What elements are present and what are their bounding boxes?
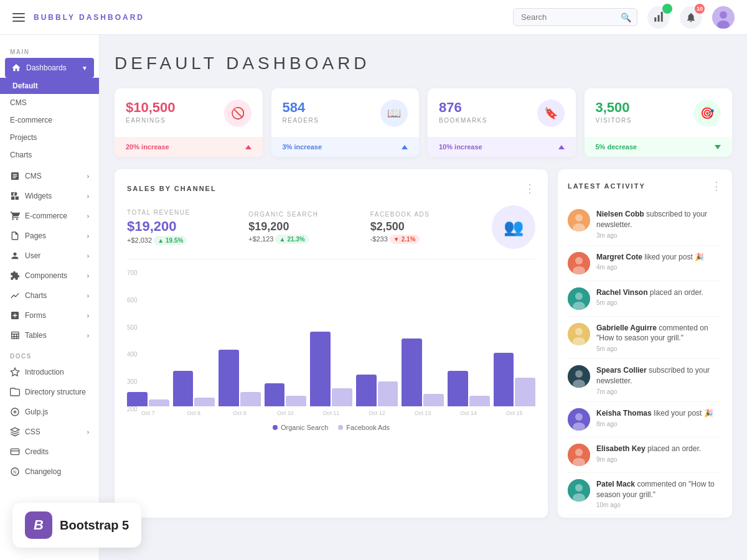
y-axis-label: 700 [127,269,146,276]
sales-panel: SALES BY CHANNEL ⋮ TOTAL REVENUE $19,200… [115,169,548,518]
sidebar-plain-charts[interactable]: Charts [0,146,99,164]
sidebar-item-credits-label: Credits [25,447,49,456]
activity-content: Keisha Thomas liked your post 🎉 8m ago [596,408,713,431]
activity-item: Erika Whitaker subscribed to your newsle… [568,515,722,518]
bar-primary [310,332,331,406]
legend-item: Organic Search [273,424,328,431]
activity-time: 3m ago [596,232,722,239]
sidebar-item-changelog[interactable]: N Changelog [0,462,99,482]
stat-value: 3,500 [596,100,632,116]
bar-primary [402,338,422,406]
stats-badge [662,4,672,14]
sidebar-item-widgets-label: Widgets [25,192,52,200]
sidebar-item-charts[interactable]: Charts › [0,286,99,306]
components-chevron: › [87,273,89,279]
layout: MAIN Dashboards ▼ Default CMS E-commerce… [0,35,747,560]
svg-point-15 [575,257,583,264]
facebook-value: $2,500 [370,220,492,233]
sidebar-item-user[interactable]: User › [0,246,99,266]
stat-value: $10,500 [126,100,176,116]
sidebar-sub-default[interactable]: Default [0,78,99,94]
sidebar-item-credits[interactable]: Credits [0,442,99,462]
bar-secondary [149,399,169,406]
activity-time: 10m ago [596,502,722,508]
activity-name: Rachel Vinson [596,288,647,297]
sidebar-plain-projects[interactable]: Projects [0,129,99,146]
x-axis-label: Oct 14 [448,410,490,416]
search-input[interactable] [513,8,637,26]
activity-name: Spears Collier [596,366,647,375]
bar-group [218,350,261,406]
sales-panel-options-button[interactable]: ⋮ [524,182,535,195]
stat-label: READERS [283,117,319,124]
stat-arrow-icon [715,145,721,149]
sidebar-item-ecommerce[interactable]: E-commerce › [0,206,99,226]
sidebar-item-directory[interactable]: Directory structure [0,382,99,402]
sidebar-item-tables[interactable]: Tables › [0,325,99,345]
activity-item: Patel Mack commented on "How to season y… [568,473,722,516]
svg-point-33 [575,484,583,492]
svg-marker-3 [11,368,19,376]
user-chevron: › [87,253,89,259]
activity-avatar [568,209,590,231]
bootstrap-icon: B [25,511,52,539]
sidebar-item-gulpjs[interactable]: Gulp.js [0,402,99,422]
activity-text: Margret Cote liked your post 🎉 [596,252,704,263]
bar-chart-wrap: 700600500400300200 Oct 7Oct 8Oct 9Oct 10… [127,269,535,431]
bar-primary [265,383,285,406]
bar-secondary [515,378,535,406]
bar-group [173,371,215,406]
stat-icon: 🔖 [537,100,565,127]
activity-panel-title: LATEST ACTIVITY [568,182,646,190]
bar-secondary [240,392,261,406]
stat-info: 876 BOOKMARKS [439,100,487,124]
stat-icon: 🎯 [693,100,721,127]
sidebar-item-forms[interactable]: Forms › [0,306,99,325]
notification-badge: 10 [695,4,705,14]
sidebar-item-components[interactable]: Components › [0,266,99,286]
total-revenue-block: TOTAL REVENUE $19,200 +$2,032 ▲ 19.5% [127,209,248,245]
activity-item: Keisha Thomas liked your post 🎉 8m ago [568,402,722,437]
sidebar-item-cms-label: CMS [25,172,42,180]
sidebar-item-css[interactable]: CSS › [0,422,99,442]
y-axis-label: 400 [127,351,146,358]
revenue-icon-wrap: 👥 [492,205,535,249]
sales-panel-header: SALES BY CHANNEL ⋮ [127,182,535,195]
activity-item: Elisabeth Key placed an order. 9m ago [568,437,722,473]
sidebar-item-introduction[interactable]: Introduction [0,362,99,382]
sidebar-plain-cms[interactable]: CMS [0,94,99,111]
activity-item: Gabrielle Aguirre commented on "How to s… [568,317,722,360]
pages-chevron: › [87,233,89,240]
sidebar-item-pages[interactable]: Pages › [0,226,99,246]
sidebar-item-dashboards[interactable]: Dashboards ▼ [5,58,94,78]
sidebar-item-cms[interactable]: CMS › [0,166,99,186]
activity-time: 8m ago [596,421,713,427]
bootstrap-badge: B Bootstrap 5 [12,503,141,548]
x-axis-label: Oct 11 [310,410,352,416]
user-avatar[interactable] [712,6,735,29]
revenue-icon-circle: 👥 [492,205,535,249]
y-axis-label: 500 [127,324,146,331]
menu-toggle-button[interactable] [12,13,25,22]
facebook-badge: ▼ 2.1% [390,235,420,244]
bar-primary [356,375,377,406]
sidebar-item-tables-label: Tables [25,331,47,340]
bar-secondary [286,396,306,406]
notifications-button[interactable]: 10 [680,6,702,29]
sidebar-plain-ecommerce[interactable]: E-commerce [0,111,99,129]
stat-info: 3,500 VISITORS [596,100,632,124]
stat-card-top: 3,500 VISITORS 🎯 [596,100,721,127]
svg-point-27 [575,413,583,421]
sidebar-item-widgets[interactable]: Widgets › [0,186,99,206]
stats-icon-button[interactable] [647,6,670,29]
stat-card: 3,500 VISITORS 🎯 5% decrease [585,88,733,157]
legend-item: Facebook Ads [338,424,390,431]
stat-footer: 10% increase [428,137,576,157]
activity-content: Margret Cote liked your post 🎉 4m ago [596,252,704,274]
activity-text: Spears Collier subscribed to your newsle… [596,365,722,386]
bar-primary [218,350,239,406]
tables-chevron: › [87,332,89,339]
activity-time: 9m ago [596,456,701,463]
activity-panel-options-button[interactable]: ⋮ [711,179,722,193]
brand-name: BUBBLY DASHBOARD [34,13,144,22]
